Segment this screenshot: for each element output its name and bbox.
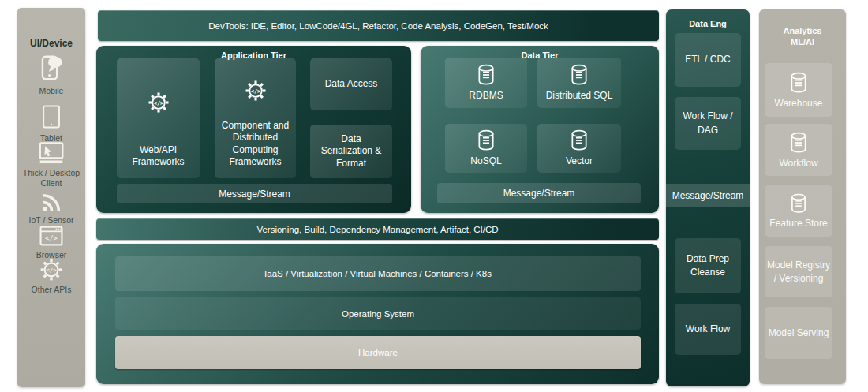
sidebar-item-label: Thick / Desktop Client xyxy=(17,168,85,189)
card-label: Web/API Frameworks xyxy=(117,144,200,178)
operating-system-bar: Operating System xyxy=(115,297,641,330)
ui-device-title: UI/Device xyxy=(17,38,85,49)
svg-text:</>: </> xyxy=(46,267,57,274)
application-message-stream-bar: Message/Stream xyxy=(117,184,392,203)
gear-code-icon: </> xyxy=(147,91,170,114)
card-warehouse: Warehouse xyxy=(765,63,832,117)
card-rdbms: RDBMS xyxy=(445,58,527,108)
card-nosql: NoSQL xyxy=(445,124,527,173)
message-stream-label: Message/Stream xyxy=(672,190,744,201)
devtools-bar: DevTools: IDE, Editor, LowCode/4GL, Refa… xyxy=(98,10,659,41)
database-icon xyxy=(473,128,499,153)
card-label: Data Prep Cleanse xyxy=(681,252,735,280)
database-icon xyxy=(786,70,811,95)
desktop-client-icon xyxy=(36,140,66,166)
ui-device-panel: UI/Device Mobile Tablet xyxy=(17,8,85,387)
card-label: Feature Store xyxy=(769,217,827,230)
tablet-icon xyxy=(38,103,65,131)
card-label: ETL / CDC xyxy=(685,53,731,66)
sidebar-item-tablet: Tablet xyxy=(17,103,85,144)
card-workflow: Workflow xyxy=(765,124,832,176)
card-model-registry-versioning: Model Registry / Versioning xyxy=(765,246,832,297)
card-web-api-frameworks: </> Web/API Frameworks xyxy=(117,58,200,178)
data-tier-panel: Data Tier RDBMS Distributed SQL xyxy=(421,46,659,213)
card-label: Workflow xyxy=(779,157,817,170)
card-label: Work Flow / DAG xyxy=(681,110,735,137)
data-eng-panel: Data Eng ETL / CDC Work Flow / DAG Messa… xyxy=(666,9,750,386)
devtools-bar-label: DevTools: IDE, Editor, LowCode/4GL, Refa… xyxy=(208,21,548,31)
data-eng-title: Data Eng xyxy=(666,19,750,28)
operating-system-label: Operating System xyxy=(342,309,414,319)
sidebar-item-browser: </> Browser xyxy=(17,224,85,260)
card-etl-cdc: ETL / CDC xyxy=(675,33,741,87)
database-icon xyxy=(473,62,499,88)
data-message-stream-bar: Message/Stream xyxy=(437,183,641,203)
database-icon xyxy=(567,62,592,88)
card-label: Warehouse xyxy=(775,97,823,110)
analytics-title-line2: ML/AI xyxy=(759,36,846,47)
card-data-prep-cleanse: Data Prep Cleanse xyxy=(675,238,741,293)
card-label: Data Access xyxy=(320,78,383,91)
card-data-access: Data Access xyxy=(310,58,392,110)
card-label: Vector xyxy=(563,155,596,170)
database-icon xyxy=(567,128,592,153)
iaas-label: IaaS / Virtualization / Virtual Machines… xyxy=(264,269,492,278)
sidebar-item-other-apis: </> Other APIs xyxy=(17,257,85,295)
iaas-bar: IaaS / Virtualization / Virtual Machines… xyxy=(115,256,641,291)
card-component-distributed-frameworks: </> Component and Distributed Computing … xyxy=(215,58,296,178)
svg-text:</>: </> xyxy=(153,100,163,106)
application-tier-panel: Application Tier </> Web/API Frameworks xyxy=(96,46,411,213)
hardware-bar: Hardware xyxy=(115,336,641,369)
sidebar-item-iot-sensor: IoT / Sensor xyxy=(17,192,85,226)
mobile-icon xyxy=(36,52,66,84)
analytics-ml-ai-panel: Analytics ML/AI Warehouse Work xyxy=(759,9,846,384)
analytics-title-line1: Analytics xyxy=(759,25,846,36)
architecture-diagram: UI/Device Mobile Tablet xyxy=(0,0,868,392)
sidebar-item-mobile: Mobile xyxy=(17,52,85,96)
browser-icon: </> xyxy=(38,224,65,248)
message-stream-label: Message/Stream xyxy=(219,189,290,200)
card-label: NoSQL xyxy=(467,155,504,170)
card-label: Component and Distributed Computing Fram… xyxy=(215,120,296,178)
card-vector: Vector xyxy=(537,124,621,173)
sidebar-item-desktop-client: Thick / Desktop Client xyxy=(17,140,85,189)
versioning-bar-label: Versioning, Build, Dependency Management… xyxy=(256,225,498,234)
card-model-serving: Model Serving xyxy=(765,307,832,359)
card-label: RDBMS xyxy=(466,90,506,104)
gear-code-icon: </> xyxy=(244,79,268,103)
message-stream-label: Message/Stream xyxy=(503,188,575,199)
card-label: Model Serving xyxy=(769,327,829,339)
hardware-label: Hardware xyxy=(358,348,398,357)
versioning-bar: Versioning, Build, Dependency Management… xyxy=(96,218,659,240)
card-distributed-sql: Distributed SQL xyxy=(537,58,621,108)
analytics-title: Analytics ML/AI xyxy=(759,25,846,48)
card-work-flow: Work Flow xyxy=(675,304,741,355)
gear-code-icon: </> xyxy=(39,257,64,282)
sidebar-item-label: Mobile xyxy=(35,86,69,96)
card-label: Work Flow xyxy=(686,323,730,336)
svg-text:</>: </> xyxy=(45,234,57,242)
sidebar-item-label: Other APIs xyxy=(27,285,77,295)
card-label: Data Serialization & Format xyxy=(310,133,392,170)
card-label: Model Registry / Versioning xyxy=(765,259,832,284)
iot-sensor-icon xyxy=(40,192,62,213)
card-feature-store: Feature Store xyxy=(765,185,832,237)
infrastructure-panel: IaaS / Virtualization / Virtual Machines… xyxy=(96,244,659,384)
data-eng-message-stream-bar: Message/Stream xyxy=(666,184,750,207)
database-icon xyxy=(786,130,811,155)
svg-text:</>: </> xyxy=(250,88,260,95)
card-label: Distributed SQL xyxy=(543,90,616,104)
database-icon xyxy=(787,192,810,215)
card-data-serialization-format: Data Serialization & Format xyxy=(310,125,392,178)
card-workflow-dag: Work Flow / DAG xyxy=(675,97,741,150)
